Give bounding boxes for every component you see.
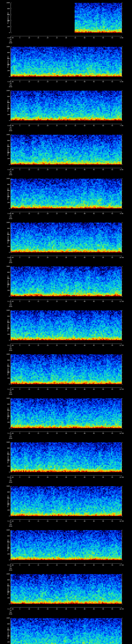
time-tick-label-25: 25 (52, 125, 62, 126)
start-time-label: 9:06:00 (5, 125, 16, 126)
end-time-label: 18:00 (117, 608, 126, 610)
y-tick-label-800: 800 (0, 228, 10, 229)
y-tick-label-1000: 1000 (0, 46, 10, 48)
y-tick-label-400: 400 (0, 635, 10, 637)
time-tick-label-15: 15 (34, 125, 43, 126)
date-year-label: 2016 (5, 130, 16, 132)
time-tick-label-30: 30 (62, 37, 71, 39)
time-tick-label-10: 10 (24, 257, 34, 258)
y-tick-label-400: 400 (0, 108, 10, 109)
y-tick-label-200: 200 (0, 290, 10, 291)
y-tick-label-200: 200 (0, 510, 10, 511)
time-tick-label-40: 40 (80, 81, 89, 82)
time-tick-label-5: 5 (15, 388, 24, 390)
date-day-label: 19 (5, 390, 16, 392)
time-tick-label-20: 20 (43, 564, 52, 566)
y-tick-label-800: 800 (0, 448, 10, 449)
end-time-label: 11:00 (117, 300, 126, 302)
time-tick-label-10: 10 (24, 564, 34, 566)
y-tick-label-800: 800 (0, 535, 10, 537)
y-tick-label-0: 0 (0, 603, 10, 605)
time-tick-label-35: 35 (71, 388, 80, 390)
time-tick-label-5: 5 (15, 81, 24, 82)
frequency-axis-label: Frequency (Hz) (7, 100, 9, 112)
spectrogram-panel-6: Frequency (Hz) 1000 800 600 400 200 0 9:… (0, 220, 132, 264)
y-tick-label-1000: 1000 (0, 222, 10, 223)
y-tick-label-0: 0 (0, 32, 10, 34)
time-tick-label-15: 15 (34, 476, 43, 478)
time-tick-label-15: 15 (34, 257, 43, 258)
time-tick-label-45: 45 (89, 388, 98, 390)
time-tick-label-30: 30 (62, 300, 71, 302)
time-tick-label-10: 10 (24, 125, 34, 126)
date-month-label: Jan (5, 348, 16, 350)
date-day-label: 19 (5, 302, 16, 304)
time-tick-label-30: 30 (62, 476, 71, 478)
start-time-label: 9:12:00 (5, 388, 16, 390)
time-tick-label-30: 30 (62, 257, 71, 258)
time-tick-label-10: 10 (24, 213, 34, 214)
time-tick-label-50: 50 (98, 388, 108, 390)
time-tick-label-25: 25 (52, 476, 62, 478)
y-tick-label-400: 400 (0, 591, 10, 593)
y-tick-label-800: 800 (0, 8, 10, 10)
frequency-axis-label: Frequency (Hz) (7, 539, 9, 551)
spectrogram-panel-14: Frequency (Hz) 1000 800 600 400 200 0 9:… (0, 571, 132, 615)
spectrogram-panel-13: Frequency (Hz) 1000 800 600 400 200 0 9:… (0, 527, 132, 571)
y-tick-label-1000: 1000 (0, 617, 10, 619)
y-tick-label-200: 200 (0, 597, 10, 599)
time-tick-label-40: 40 (80, 257, 89, 258)
start-time-label: 9:09:00 (5, 257, 16, 258)
time-tick-label-35: 35 (71, 300, 80, 302)
time-tick-label-5: 5 (15, 476, 24, 478)
frequency-axis-label: Frequency (Hz) (7, 408, 9, 419)
end-time-label: 7:00 (117, 125, 126, 126)
time-tick-label-55: 55 (108, 300, 117, 302)
y-tick-label-400: 400 (0, 284, 10, 285)
time-tick-label-15: 15 (34, 564, 43, 566)
time-tick-label-50: 50 (98, 344, 108, 346)
time-tick-label-10: 10 (24, 169, 34, 170)
y-tick-label-400: 400 (0, 460, 10, 461)
date-month-label: Jan (5, 612, 16, 613)
y-tick-label-200: 200 (0, 466, 10, 467)
time-tick-label-55: 55 (108, 257, 117, 258)
time-tick-label-55: 55 (108, 344, 117, 346)
time-tick-label-20: 20 (43, 608, 52, 610)
time-tick-label-20: 20 (43, 169, 52, 170)
frequency-axis-label: Frequency (Hz) (7, 188, 9, 200)
y-tick-label-0: 0 (0, 472, 10, 473)
time-tick-label-35: 35 (71, 37, 80, 39)
date-month-label: Jan (5, 436, 16, 438)
time-tick-label-5: 5 (15, 432, 24, 434)
time-tick-label-45: 45 (89, 520, 98, 522)
start-time-label: 9:13:00 (5, 432, 16, 434)
y-tick-label-400: 400 (0, 64, 10, 66)
time-tick-label-45: 45 (89, 564, 98, 566)
start-time-label: 9:15:00 (5, 520, 16, 522)
time-tick-label-10: 10 (24, 300, 34, 302)
time-tick-label-5: 5 (15, 608, 24, 610)
y-tick-label-0: 0 (0, 252, 10, 253)
time-tick-label-35: 35 (71, 520, 80, 522)
time-tick-label-30: 30 (62, 388, 71, 390)
y-tick-label-0: 0 (0, 296, 10, 297)
y-tick-label-1000: 1000 (0, 266, 10, 267)
spectrogram-panel-12: Frequency (Hz) 1000 800 600 400 200 0 9:… (0, 484, 132, 528)
time-tick-label-25: 25 (52, 169, 62, 170)
time-tick-label-40: 40 (80, 388, 89, 390)
time-tick-label-30: 30 (62, 125, 71, 126)
date-year-label: 2016 (5, 218, 16, 220)
end-time-label: 15:00 (117, 476, 126, 478)
date-day-label: 19 (5, 214, 16, 216)
date-month-label: Jan (5, 392, 16, 394)
start-time-label: 9:14:00 (5, 476, 16, 478)
y-tick-label-200: 200 (0, 334, 10, 335)
time-tick-label-35: 35 (71, 476, 80, 478)
y-tick-label-200: 200 (0, 422, 10, 423)
time-tick-label-10: 10 (24, 476, 34, 478)
y-tick-label-1000: 1000 (0, 529, 10, 531)
time-tick-label-20: 20 (43, 476, 52, 478)
time-tick-label-50: 50 (98, 608, 108, 610)
y-tick-label-1000: 1000 (0, 398, 10, 399)
